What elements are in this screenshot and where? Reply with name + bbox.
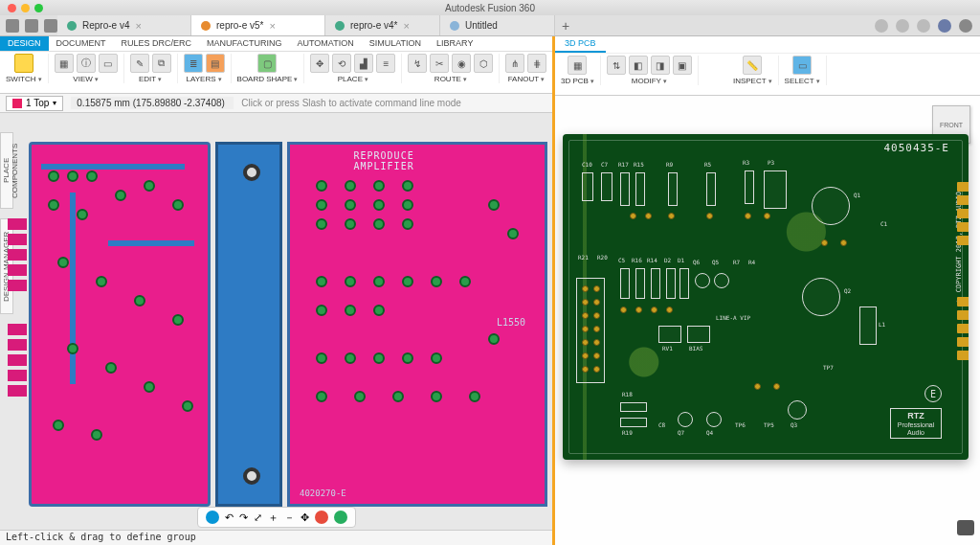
close-icon[interactable]: × <box>403 20 409 32</box>
mirror-icon[interactable]: ▟ <box>354 54 373 73</box>
inspect-label[interactable]: INSPECT <box>733 77 772 85</box>
route-icon[interactable]: ↯ <box>408 54 427 73</box>
select-icon[interactable]: ▭ <box>792 56 812 75</box>
menu-simulation[interactable]: SIMULATION <box>362 36 429 51</box>
gold-finger <box>957 209 969 218</box>
switch-label[interactable]: SWITCH <box>6 75 42 83</box>
ref-r16: R16 <box>632 257 642 263</box>
ref-r7: R7 <box>733 259 740 265</box>
close-icon[interactable]: × <box>269 20 275 32</box>
mounting-hole <box>243 467 260 485</box>
ripup-icon[interactable]: ✂ <box>430 54 449 73</box>
data-panel-icon[interactable] <box>6 19 19 33</box>
notifications-icon[interactable] <box>896 19 909 33</box>
tab-repro-e-v4[interactable]: Repro-e v4 × <box>57 15 191 35</box>
pcb-3d-canvas[interactable]: FRONT 4050435-E © COPYRIGHT 2017, RTZ AU… <box>555 96 980 545</box>
layers-icon[interactable]: ≣ <box>184 54 203 73</box>
help-icon[interactable] <box>959 19 972 33</box>
layer-stack-icon[interactable]: ▤ <box>206 54 225 73</box>
close-window-button[interactable] <box>8 4 16 12</box>
redo-icon[interactable]: ↷ <box>239 511 248 524</box>
close-icon[interactable]: × <box>135 20 141 32</box>
pcb-icon <box>201 21 211 31</box>
move-icon[interactable]: ✥ <box>310 54 329 73</box>
rotate-icon[interactable]: ⟲ <box>332 54 351 73</box>
silk-transistor <box>802 278 840 316</box>
window-controls <box>0 4 43 12</box>
zoom-window-button[interactable] <box>34 4 43 12</box>
menu-manufacturing[interactable]: MANUFACTURING <box>199 36 290 51</box>
gold-finger <box>957 297 969 307</box>
pcb-2d-canvas[interactable]: PLACE COMPONENTS DESIGN MANAGER <box>0 113 552 545</box>
grid-icon[interactable]: ▦ <box>55 54 74 73</box>
silk-res <box>651 268 660 299</box>
user-avatar[interactable] <box>938 19 951 33</box>
3d-pcb-label[interactable]: 3D PCB <box>561 77 594 85</box>
zoom-out-icon[interactable]: － <box>284 511 295 525</box>
pan-icon[interactable]: ✥ <box>301 511 309 524</box>
ref-r19: R19 <box>622 429 633 436</box>
menu-library[interactable]: LIBRARY <box>429 36 480 51</box>
via-icon[interactable]: ◉ <box>452 54 471 73</box>
ref-q7: Q7 <box>678 429 684 436</box>
ref-d2: D2 <box>664 257 671 263</box>
copy-icon[interactable]: ⧉ <box>152 54 171 73</box>
new-tab-button[interactable]: + <box>555 15 576 35</box>
board-shape-label[interactable]: BOARD SHAPE <box>237 75 299 83</box>
comments-icon[interactable] <box>957 520 974 535</box>
job-status-icon[interactable] <box>917 19 930 33</box>
edit-icon[interactable]: ✎ <box>130 54 149 73</box>
select-label[interactable]: SELECT <box>785 77 820 85</box>
board-shape-icon[interactable]: ▢ <box>257 54 277 73</box>
save-icon[interactable] <box>44 19 57 33</box>
tab-3d-pcb[interactable]: 3D PCB <box>555 36 606 53</box>
edit-label[interactable]: EDIT <box>139 75 162 83</box>
go-icon[interactable] <box>334 511 347 524</box>
tab-repro-e-v4-3d[interactable]: repro-e v4* × <box>325 15 440 35</box>
push-icon[interactable]: ⇅ <box>607 56 626 75</box>
switch-icon[interactable] <box>14 54 33 73</box>
ref-tp5: TP5 <box>764 421 774 428</box>
minimize-window-button[interactable] <box>21 4 30 12</box>
nav-info-icon[interactable] <box>206 511 219 524</box>
fanout-icon[interactable]: ⋔ <box>505 54 524 73</box>
menu-automation[interactable]: AUTOMATION <box>290 36 362 51</box>
modify3-icon[interactable]: ▣ <box>673 56 692 75</box>
sheet-icon[interactable]: ▭ <box>99 54 118 73</box>
layers-label[interactable]: LAYERS <box>187 75 222 83</box>
context-bar: 1 Top ▾ 0.15875 mm (175.89880 -2.37408) … <box>0 94 552 113</box>
extensions-icon[interactable] <box>875 19 888 33</box>
place-label[interactable]: PLACE <box>338 75 368 83</box>
fanout2-icon[interactable]: ⋕ <box>527 54 546 73</box>
modify2-icon[interactable]: ◨ <box>651 56 670 75</box>
tab-untitled[interactable]: Untitled <box>440 15 555 35</box>
file-menu-icon[interactable] <box>25 19 38 33</box>
edge-pad <box>8 385 27 397</box>
layer-selector[interactable]: 1 Top ▾ <box>6 96 63 111</box>
zoom-fit-icon[interactable]: ⤢ <box>254 511 262 524</box>
ref-c5: C5 <box>618 257 625 263</box>
side-tab-place-components[interactable]: PLACE COMPONENTS <box>0 132 13 209</box>
command-line-hint[interactable]: Click or press Slash to activate command… <box>241 98 546 108</box>
fanout-label[interactable]: FANOUT <box>508 75 545 83</box>
menu-design[interactable]: DESIGN <box>0 36 49 51</box>
modify-label[interactable]: MODIFY <box>632 77 667 85</box>
zoom-in-icon[interactable]: ＋ <box>268 511 278 525</box>
undo-icon[interactable]: ↶ <box>225 511 234 524</box>
ref-r17: R17 <box>618 161 629 168</box>
gold-finger <box>957 310 969 320</box>
align-icon[interactable]: ≡ <box>376 54 395 73</box>
edge-pad <box>8 280 27 291</box>
silk-transistor-small <box>788 400 807 420</box>
info-icon[interactable]: ⓘ <box>77 54 96 73</box>
tab-repro-e-v5[interactable]: repro-e v5* × <box>191 15 325 35</box>
stop-icon[interactable] <box>315 511 328 524</box>
view-label[interactable]: VIEW <box>73 75 98 83</box>
inspect-icon[interactable]: 📏 <box>743 56 762 75</box>
menu-document[interactable]: DOCUMENT <box>49 36 114 51</box>
menu-rules[interactable]: RULES DRC/ERC <box>114 36 200 51</box>
route-label[interactable]: ROUTE <box>434 75 467 83</box>
3d-pcb-icon[interactable]: ▦ <box>568 56 587 75</box>
modify1-icon[interactable]: ◧ <box>629 56 648 75</box>
polygon-icon[interactable]: ⬡ <box>474 54 493 73</box>
